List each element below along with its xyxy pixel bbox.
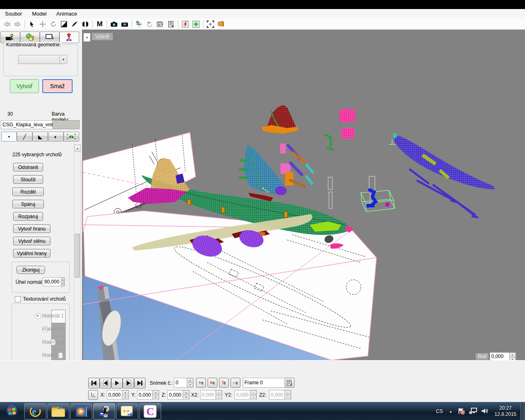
svg-text:e: e [32, 406, 37, 417]
y-spinner[interactable]: 0,000▲▼ [137, 390, 159, 399]
camera-dark-icon[interactable] [120, 20, 130, 29]
spinner-up-icon[interactable]: ▲ [187, 378, 193, 383]
folder-import-icon[interactable] [216, 20, 226, 29]
play-button[interactable] [111, 378, 123, 388]
model-color-swatch[interactable] [52, 120, 80, 129]
zkoriguj-button[interactable]: Zkoriguj [16, 266, 45, 274]
rotate-object-icon[interactable] [145, 20, 155, 29]
tray-language[interactable]: CS [436, 409, 443, 414]
window-add-icon[interactable] [155, 20, 165, 29]
pen-icon[interactable] [70, 20, 80, 29]
forward-icon[interactable] [13, 20, 23, 29]
taskbar-windows-explorer[interactable] [47, 403, 69, 420]
tab-hierarchy[interactable] [59, 32, 79, 43]
tray-expand-icon[interactable]: ▲ [449, 410, 452, 413]
x2-spinner[interactable]: 0,000▲▼ [200, 390, 222, 399]
edit-keyframe-button[interactable]: !c [219, 378, 229, 388]
action-center-icon[interactable] [457, 407, 465, 416]
scroll-up-icon[interactable]: ▲ [74, 145, 80, 152]
delete-button[interactable]: Smaž [42, 79, 73, 93]
back-icon[interactable] [2, 20, 12, 29]
show-desktop-button[interactable] [520, 402, 525, 420]
move-object-icon[interactable] [134, 20, 144, 29]
z2-spinner[interactable]: 0,000▲▼ [269, 390, 291, 399]
taskbar-plusplus-app[interactable]: ++ [116, 403, 138, 420]
spinner-down-icon[interactable]: ▼ [61, 282, 64, 287]
tool-shade-button[interactable]: ◐ [48, 132, 64, 142]
x-spinner[interactable]: 0,000▲▼ [107, 390, 129, 399]
object-list-icon[interactable] [166, 20, 176, 29]
scrollbar-thumb[interactable] [75, 234, 80, 278]
network-icon[interactable] [469, 408, 477, 415]
menu-model[interactable]: Model [27, 9, 51, 18]
mirror-icon[interactable] [80, 20, 90, 29]
tool-line-button[interactable]: ╱ [17, 132, 32, 142]
add-box-icon[interactable] [191, 20, 201, 29]
menu-animace[interactable]: Animace [51, 9, 82, 18]
view-mode-label: Volně [92, 33, 113, 40]
vytvor-hranu-button[interactable]: Vytvoř hranu [13, 224, 50, 233]
select-cursor-icon[interactable] [27, 20, 37, 29]
rozdel-button[interactable]: Rozděl [12, 187, 44, 196]
odstranit-button[interactable]: Odstranit [13, 163, 43, 171]
y2-spinner[interactable]: 0,000▲▼ [235, 390, 257, 399]
frame-name-input[interactable]: Frame 0 [243, 378, 285, 388]
view-mode-dropdown[interactable]: ▼ [83, 33, 91, 42]
material1-radio[interactable] [35, 313, 41, 319]
taskbar-modeler-app[interactable] [93, 403, 115, 420]
rotate-icon[interactable] [48, 20, 58, 29]
texturing-checkbox[interactable] [15, 296, 21, 302]
delete-keyframe-button[interactable]: ×c [208, 378, 217, 388]
taskbar-media-player[interactable] [70, 403, 92, 420]
create-button[interactable]: Vytvoř [10, 79, 39, 93]
folder-icon [51, 405, 66, 418]
x2-value: 0,000 [201, 390, 215, 399]
spinner-up-icon[interactable]: ▲ [61, 278, 64, 282]
curve-keyframe-icon: ⌐c [233, 380, 238, 386]
lightning-icon[interactable] [180, 20, 190, 29]
tool-face-button[interactable]: ◣ [32, 132, 48, 142]
m-tool-icon[interactable]: M [95, 20, 105, 29]
tab-scene[interactable] [0, 32, 20, 43]
add-keyframe-button[interactable]: +c [196, 378, 206, 388]
half-square-icon[interactable] [59, 20, 69, 29]
taskbar-c-app[interactable]: C [139, 403, 161, 420]
sparuj-button[interactable]: Spáruj [12, 200, 44, 208]
frame-number-spinner[interactable]: 0 ▲▼ [174, 378, 194, 388]
csg-combobox[interactable]: ▼ [18, 55, 67, 64]
spinner-down-icon[interactable]: ▼ [187, 383, 193, 387]
model-name-input[interactable]: CSG_Klapka_leva_vnitr [1, 120, 53, 129]
center-view-icon[interactable] [205, 20, 215, 29]
tray-clock[interactable]: 20:27 12.8.2015 [495, 405, 516, 418]
viewport-3d[interactable]: ▼ Volně Roll 0,000 ▲▼ [82, 30, 525, 360]
volume-icon[interactable] [481, 408, 488, 415]
panel-vertical-scrollbar[interactable]: ▲ ▼ [74, 144, 81, 393]
frame-list-button[interactable] [285, 378, 294, 388]
taskbar-internet-explorer[interactable]: e [24, 403, 46, 420]
curve-keyframe-button[interactable]: ⌐c [231, 378, 240, 388]
start-button[interactable] [0, 404, 23, 419]
vytahni-hrany-button[interactable]: Vytáhni hrany [13, 249, 50, 258]
last-frame-button[interactable] [134, 378, 146, 388]
toolbar-separator [25, 20, 25, 28]
z-spinner[interactable]: 0,000▲▼ [167, 390, 189, 399]
tab-planes[interactable] [40, 32, 59, 43]
tool-point-button[interactable]: • [1, 132, 17, 142]
sloucit-button[interactable]: Sloučit [13, 175, 43, 184]
next-frame-button[interactable] [123, 378, 134, 388]
vytvor-stenu-button[interactable]: Vytvoř stěnu [13, 237, 50, 245]
material4-label: Materiál 4 [42, 352, 64, 358]
rozparuj-button[interactable]: Rozpáruj [13, 212, 43, 221]
menu-soubor[interactable]: Soubor [0, 9, 27, 18]
coordinates-button[interactable] [88, 390, 98, 400]
move-icon[interactable] [38, 20, 48, 29]
roll-spinner[interactable]: 0,000 ▲▼ [490, 352, 516, 361]
first-frame-button[interactable] [88, 378, 100, 388]
camera-icon[interactable] [109, 20, 119, 29]
angle-spinner[interactable]: 90,000 ▲▼ [43, 277, 65, 286]
y2-label: Y2: [225, 392, 232, 398]
prev-frame-button[interactable] [100, 378, 111, 388]
tool-vehicle-button[interactable] [64, 132, 79, 142]
tab-geometry[interactable] [20, 32, 40, 43]
spinner-up-icon[interactable]: ▲ [509, 353, 516, 357]
